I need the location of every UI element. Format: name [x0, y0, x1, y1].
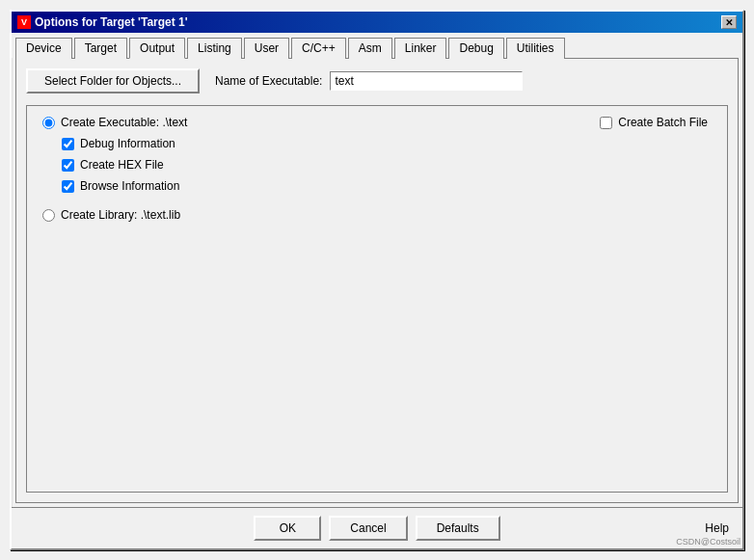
help-label: Help: [705, 521, 729, 535]
top-row: Select Folder for Objects... Name of Exe…: [26, 68, 728, 93]
main-group: Create Batch File Create Executable: .\t…: [26, 105, 728, 493]
tab-debug[interactable]: Debug: [448, 38, 503, 59]
browse-info-checkbox[interactable]: [62, 180, 74, 193]
tab-device[interactable]: Device: [15, 38, 72, 59]
tab-listing[interactable]: Listing: [187, 38, 242, 59]
select-folder-button[interactable]: Select Folder for Objects...: [26, 68, 200, 93]
name-input[interactable]: [330, 71, 523, 91]
name-label: Name of Executable:: [215, 74, 322, 88]
window-icon: V: [17, 15, 31, 29]
browse-info-label: Browse Information: [80, 179, 179, 193]
tab-output[interactable]: Output: [129, 38, 185, 59]
name-row: Name of Executable:: [215, 71, 523, 91]
ok-button[interactable]: OK: [254, 516, 321, 541]
debug-info-checkbox[interactable]: [62, 138, 74, 150]
watermark: CSDN@Costsoil: [676, 537, 741, 547]
tab-user[interactable]: User: [244, 38, 289, 59]
create-hex-checkbox[interactable]: [62, 159, 74, 172]
main-window: V Options for Target 'Target 1' ✕ Device…: [10, 10, 744, 550]
tab-bar: Device Target Output Listing User C/C++ …: [12, 33, 742, 58]
tab-asm[interactable]: Asm: [348, 38, 392, 59]
create-library-label: Create Library: .\text.lib: [61, 208, 180, 222]
create-library-row: Create Library: .\text.lib: [42, 208, 712, 222]
tab-output-content: Select Folder for Objects... Name of Exe…: [15, 58, 739, 503]
tab-linker[interactable]: Linker: [394, 38, 447, 59]
create-batch-label: Create Batch File: [618, 116, 708, 129]
browse-info-row: Browse Information: [62, 179, 712, 193]
create-hex-label: Create HEX File: [80, 158, 164, 172]
window-title: Options for Target 'Target 1': [35, 15, 188, 29]
title-bar: V Options for Target 'Target 1' ✕: [12, 12, 742, 33]
create-executable-radio[interactable]: [42, 117, 55, 129]
tab-cpp[interactable]: C/C++: [291, 38, 346, 59]
create-hex-row: Create HEX File: [62, 158, 712, 172]
title-bar-content: V Options for Target 'Target 1': [17, 15, 188, 29]
footer: OK Cancel Defaults Help CSDN@Costsoil: [12, 507, 742, 548]
tab-target[interactable]: Target: [74, 38, 127, 59]
create-executable-label: Create Executable: .\text: [61, 116, 187, 129]
tab-utilities[interactable]: Utilities: [506, 38, 565, 59]
cancel-button[interactable]: Cancel: [329, 516, 407, 541]
batch-section: Create Batch File: [600, 116, 708, 129]
create-batch-checkbox[interactable]: [600, 117, 612, 129]
debug-info-label: Debug Information: [80, 137, 175, 150]
defaults-button[interactable]: Defaults: [416, 516, 500, 541]
debug-info-row: Debug Information: [62, 137, 712, 150]
create-library-radio[interactable]: [42, 209, 55, 222]
close-button[interactable]: ✕: [721, 15, 737, 29]
